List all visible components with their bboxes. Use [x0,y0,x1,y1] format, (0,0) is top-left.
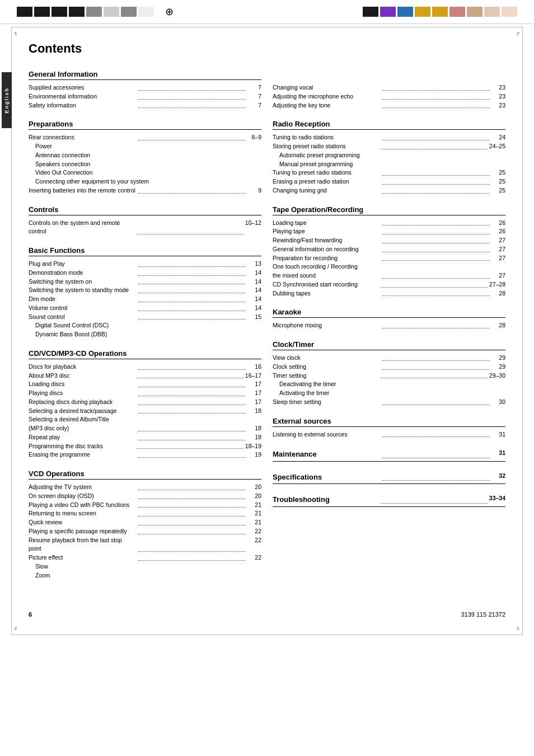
section-karaoke: Karaoke Microphone mixing 28 [273,308,505,330]
list-item: Switching the system to standby mode 14 [29,286,261,295]
list-item: Antennas connection [29,151,261,160]
bar-block-3 [51,7,67,17]
list-item: Tuning to radio stations 24 [273,133,505,142]
list-item: Playing discs 17 [29,389,261,398]
bar-block-2 [34,7,50,17]
list-item: Maintenance 31 [273,449,505,462]
section-radio-reception: Radio Reception Tuning to radio stations… [273,120,505,195]
section-basic-functions: Basic Functions Plug and Play 13 Demonst… [29,246,261,339]
list-item: Slow [29,562,261,571]
list-item: Plug and Play 13 [29,260,261,269]
list-item: About MP3 disc 16–17 [29,372,261,381]
list-item: Selecting a desired Album/Title [29,415,261,424]
section-vcd-operations: VCD Operations Adjusting the TV system 2… [29,469,261,580]
list-item: Tuning to preset radio stations 25 [273,168,505,177]
list-item: Adjusting the TV system 20 [29,483,261,492]
section-preparations: Preparations Rear connections 8–9 Power … [29,120,261,195]
corner-tl: ┐ [15,30,18,35]
list-item: Timer setting 29–30 [273,372,505,381]
compass-icon: ⊕ [165,6,174,17]
section-clock-timer: Clock/Timer View clock 29 Clock setting … [273,340,505,407]
list-item: General information on recording 27 [273,245,505,254]
rbar-block-7 [467,7,483,17]
corner-bl: ┘ [15,627,18,632]
list-item: On screen display (OSD) 20 [29,492,261,501]
section-specifications: Specifications 32 [273,472,505,485]
section-title-general-information: General Information [29,70,261,80]
list-item: Zoom [29,571,261,580]
list-item: Automatic preset programming [273,151,505,160]
language-tab: English [2,72,12,128]
list-item: Returning to menu screen 21 [29,509,261,518]
bar-block-6 [104,7,119,17]
list-item: Quick review 21 [29,518,261,527]
list-item: Replacing discs during playback 17 [29,398,261,407]
bar-block-4 [69,7,85,17]
rbar-block-8 [484,7,500,17]
list-item: Listening to external sources 31 [273,430,505,439]
list-item: Demonstration mode 14 [29,269,261,278]
list-item: Connecting other equipment to your syste… [29,177,261,186]
section-general-information: General Information Supplied accessories… [29,70,261,110]
bottom-info: 6 3139 115 21372 [29,611,505,618]
section-title-vcd-operations: VCD Operations [29,469,261,480]
section-maintenance: Maintenance 31 [273,449,505,462]
list-item: Picture effect 22 [29,553,261,562]
rbar-block-2 [380,7,396,17]
bar-block-1 [17,7,32,17]
list-item: Power [29,142,261,151]
list-item: Inserting batteries into the remote cont… [29,186,261,195]
list-item: the mixed sound 27 [273,271,505,280]
compass-center: ⊕ [165,6,174,18]
list-item: Discs for playback 16 [29,363,261,372]
list-item: Environmental information 7 [29,92,261,101]
list-item: Digital Sound Control (DSC) [29,321,261,330]
rbar-block-6 [449,7,465,17]
list-item: Repeat play 18 [29,433,261,442]
bar-block-8 [138,7,154,17]
list-item: Activating the timer [273,389,505,398]
corner-tr: ┌ [516,30,519,35]
list-item: View clock 29 [273,354,505,363]
list-item: One touch recording / Recording [273,262,505,271]
list-item: Adjusting the microphone echo 23 [273,92,505,101]
section-continuation: Changing vocal 23 Adjusting the micropho… [273,70,505,110]
right-column: Changing vocal 23 Adjusting the micropho… [273,70,505,590]
product-code: 3139 115 21372 [461,611,505,618]
list-item: Programming the disc tracks 18–19 [29,442,261,451]
section-title-radio-reception: Radio Reception [273,120,505,130]
list-item: Supplied accessories 7 [29,83,261,92]
list-item: Preparation for recording 27 [273,254,505,263]
section-title-karaoke: Karaoke [273,308,505,318]
bar-block-5 [86,7,102,17]
bar-block-7 [121,7,137,17]
left-column: General Information Supplied accessories… [29,70,261,590]
list-item: Erasing the programme 19 [29,450,261,459]
list-item: Manual preset programming [273,160,505,169]
section-title-clock-timer: Clock/Timer [273,340,505,350]
right-color-blocks [363,7,517,17]
page-number: 6 [29,611,32,618]
section-cd-vcd-mp3: CD/VCD/MP3-CD Operations Discs for playb… [29,349,261,459]
section-title-tape-operation: Tape Operation/Recording [273,205,505,215]
list-item: Loading tape 26 [273,219,505,228]
list-item: Specifications 32 [273,472,505,485]
list-item: Dim mode 14 [29,295,261,304]
section-title-basic-functions: Basic Functions [29,246,261,256]
rbar-block-9 [502,7,517,17]
list-item: Clock setting 29 [273,363,505,372]
section-tape-operation: Tape Operation/Recording Loading tape 26… [273,205,505,298]
list-item: Video Out Connection [29,168,261,177]
list-item: Rewinding/Fast forwarding 27 [273,236,505,245]
list-item: Erasing a preset radio station 25 [273,177,505,186]
list-item: Storing preset radio stations 24–25 [273,142,505,151]
list-item: Sleep timer setting 30 [273,398,505,407]
language-label: English [4,87,10,114]
list-item: Selecting a desired track/passage 18 [29,407,261,416]
list-item: Volume control 14 [29,304,261,313]
list-item: CD Synchronised start recording 27–28 [273,280,505,289]
list-item: Dubbing tapes 28 [273,289,505,298]
rbar-block-5 [432,7,448,17]
section-title-cd-vcd-mp3: CD/VCD/MP3-CD Operations [29,349,261,359]
list-item: Resume playback from the last stop point… [29,536,261,554]
